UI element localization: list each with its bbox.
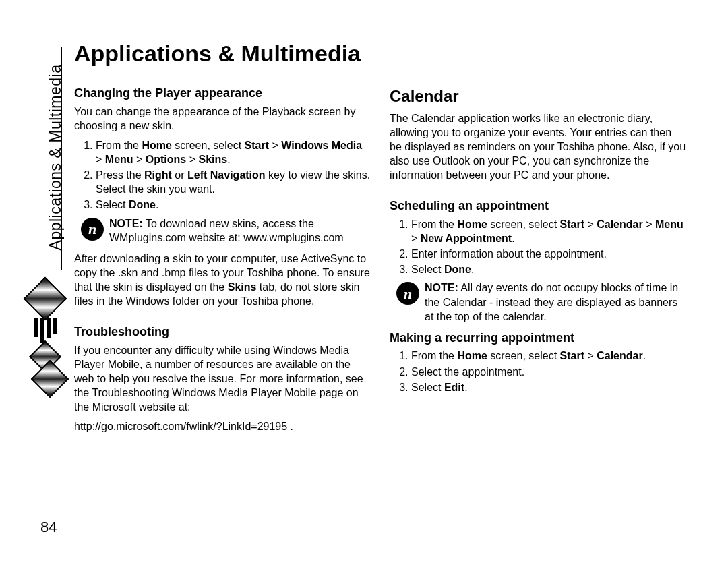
- note-icon: n: [396, 282, 419, 305]
- step-3: Select Edit.: [411, 380, 686, 394]
- section-heading-calendar: Calendar: [390, 86, 686, 107]
- note-icon: n: [81, 218, 104, 241]
- troubleshooting-url: http://go.microsoft.com/fwlink/?LinkId=2…: [74, 419, 371, 434]
- step-3: Select Done.: [96, 198, 371, 212]
- side-tab-label: Applications & Multimedia: [47, 50, 65, 266]
- content-columns: Changing the Player appearance You can c…: [74, 86, 688, 440]
- step-3: Select Done.: [411, 262, 686, 276]
- manual-page: Applications & Multimedia Applications &…: [0, 0, 728, 563]
- player-appearance-steps: From the Home screen, select Start > Win…: [74, 138, 371, 212]
- recurring-steps: From the Home screen, select Start > Cal…: [390, 349, 686, 394]
- player-appearance-intro: You can change the appearance of the Pla…: [74, 105, 371, 133]
- section-heading-scheduling: Scheduling an appointment: [390, 198, 686, 214]
- note-skins: n NOTE: To download new skins, access th…: [81, 216, 371, 245]
- step-1: From the Home screen, select Start > Win…: [96, 138, 371, 167]
- troubleshooting-para: If you encounter any difficulty while us…: [74, 343, 371, 415]
- player-appearance-after: After downloading a skin to your compute…: [74, 251, 371, 308]
- step-2: Press the Right or Left Navigation key t…: [96, 168, 371, 196]
- step-1: From the Home screen, select Start > Cal…: [411, 217, 686, 245]
- left-column: Changing the Player appearance You can c…: [74, 86, 371, 440]
- step-2: Select the appointment.: [411, 365, 686, 379]
- right-column: Calendar The Calendar application works …: [390, 86, 686, 440]
- side-decoration-icon: [27, 283, 63, 396]
- note-allday: n NOTE: All day events do not occupy blo…: [396, 280, 686, 323]
- step-1: From the Home screen, select Start > Cal…: [411, 349, 686, 363]
- section-heading-recurring: Making a recurring appointment: [390, 330, 686, 347]
- page-number: 84: [40, 518, 57, 536]
- section-heading-troubleshooting: Troubleshooting: [74, 324, 371, 340]
- calendar-intro: The Calendar application works like an e…: [390, 111, 686, 183]
- scheduling-steps: From the Home screen, select Start > Cal…: [390, 217, 686, 276]
- side-tab: Applications & Multimedia: [42, 47, 62, 270]
- note-text: NOTE: All day events do not occupy block…: [425, 280, 686, 323]
- section-heading-player-appearance: Changing the Player appearance: [74, 86, 371, 102]
- step-2: Enter information about the appointment.: [411, 247, 686, 261]
- note-text: NOTE: To download new skins, access the …: [109, 216, 371, 245]
- page-title: Applications & Multimedia: [74, 40, 688, 67]
